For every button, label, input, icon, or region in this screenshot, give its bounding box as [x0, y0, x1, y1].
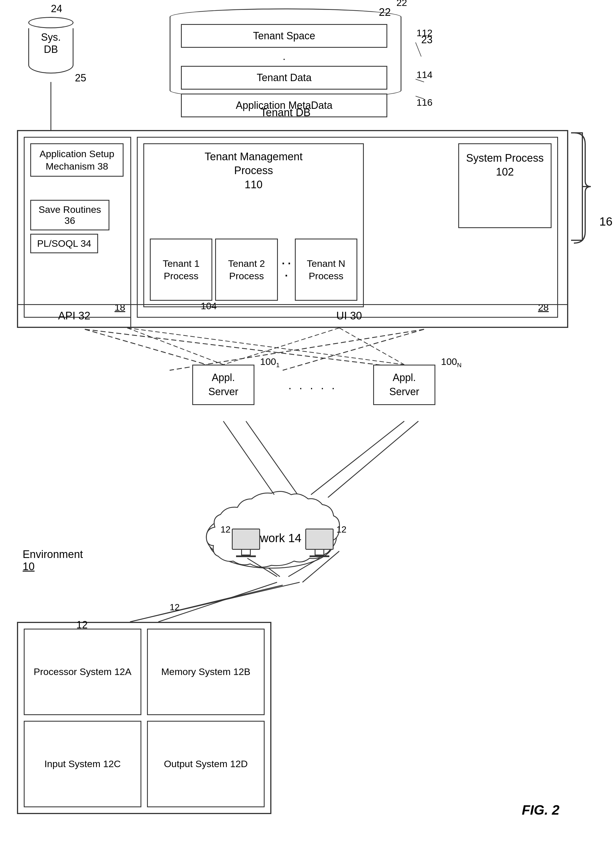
sys-cyl-top — [28, 17, 74, 28]
monitor2 — [305, 529, 334, 550]
tenant-db-cylinder: Tenant Space 112 · Tenant Data 114 Appli… — [170, 9, 401, 104]
svg-line-2 — [85, 329, 424, 370]
svg-line-3 — [170, 329, 424, 370]
stand2 — [315, 550, 324, 555]
label-25: 25 — [75, 72, 86, 84]
save-routines-box: Save Routines 36 — [30, 200, 109, 231]
left-sub-box: Application Setup Mechanism 38 Save Rout… — [24, 137, 131, 318]
sys-db-text: Sys. DB — [28, 31, 74, 56]
monitor1 — [232, 529, 260, 550]
dots-row: · — [181, 52, 387, 66]
api-cell: API 32 — [18, 305, 131, 327]
output-box: Output System 12D — [147, 721, 265, 807]
label-12c: 12 — [170, 602, 180, 612]
label-16: 16 — [599, 215, 613, 228]
label-114: 114 — [416, 69, 432, 80]
tenant1-process-box: Tenant 1 Process — [150, 239, 212, 301]
num-23: 23 — [421, 34, 432, 46]
tenant-mgmt-box: Tenant Management Process 110 Tenant 1 P… — [143, 143, 364, 307]
tenant-db-label: Tenant DB — [170, 107, 401, 119]
api-ui-row: API 32 UI 30 — [18, 304, 567, 327]
svg-line-6 — [130, 582, 300, 622]
system-proc-box: System Process 102 — [458, 143, 551, 228]
tenant2-process-box: Tenant 2 Process — [215, 239, 278, 301]
fig2-label: FIG. 2 — [522, 802, 559, 818]
dots-between-tenants: · · · — [281, 257, 292, 282]
env-num: 10 — [23, 561, 34, 572]
svg-line-27 — [223, 328, 339, 365]
label-12b: 12 — [337, 524, 347, 535]
plsoql-box: PL/SOQL 34 — [30, 234, 98, 253]
input-box: Input System 12C — [24, 721, 141, 807]
label-100-n: 100N — [441, 356, 462, 369]
tenant-space-row: Tenant Space — [181, 24, 387, 48]
tenant-db-section: 22 Tenant Space 112 · Tenant Data 114 — [158, 9, 413, 116]
svg-line-25 — [339, 328, 404, 365]
tenant-process-row: Tenant 1 Process Tenant 2 Process · · · … — [150, 239, 357, 301]
tenant-mgmt-title: Tenant Management Process 110 — [144, 144, 363, 192]
label-12d: 12 — [76, 619, 88, 631]
stand1 — [241, 550, 251, 555]
ui-cell: UI 30 — [131, 305, 567, 327]
svg-line-24 — [127, 328, 223, 365]
main-box: Application Setup Mechanism 38 Save Rout… — [17, 130, 568, 328]
base2 — [310, 555, 329, 557]
server2-box: Appl. Server — [373, 365, 435, 405]
svg-line-9 — [130, 585, 283, 622]
tenantn-process-box: Tenant N Process — [295, 239, 357, 301]
environment-label: Environment 10 — [23, 548, 83, 573]
svg-line-0 — [85, 329, 226, 370]
computer1 — [232, 529, 260, 557]
svg-line-19 — [223, 421, 274, 495]
memory-box: Memory System 12B — [147, 629, 265, 715]
svg-line-20 — [311, 421, 404, 495]
right-sub-box: Tenant Management Process 110 Tenant 1 P… — [137, 137, 558, 318]
processor-box: Processor System 12A — [24, 629, 141, 715]
base1 — [236, 555, 256, 557]
label-22: 22 — [396, 0, 407, 8]
svg-line-1 — [283, 329, 424, 370]
server-dots: · · · · · — [288, 382, 337, 394]
computer2 — [305, 529, 334, 557]
bottom-client-box: Processor System 12A Memory System 12B I… — [17, 622, 271, 814]
server1-box: Appl. Server — [192, 365, 254, 405]
num-22: 22 — [379, 6, 391, 18]
label-24: 24 — [51, 3, 62, 15]
app-setup-box: Application Setup Mechanism 38 — [30, 143, 123, 177]
tenant-data-row: Tenant Data — [181, 66, 387, 90]
label-100-1: 1001 — [260, 356, 279, 369]
client-grid: Processor System 12A Memory System 12B I… — [18, 623, 270, 813]
sys-db-section: 24 Sys. DB 25 — [28, 17, 74, 73]
label-116: 116 — [416, 97, 432, 108]
svg-line-28 — [416, 43, 421, 57]
label-12a: 12 — [221, 524, 231, 535]
diagram: 22 Tenant Space 112 · Tenant Data 114 — [0, 0, 616, 846]
